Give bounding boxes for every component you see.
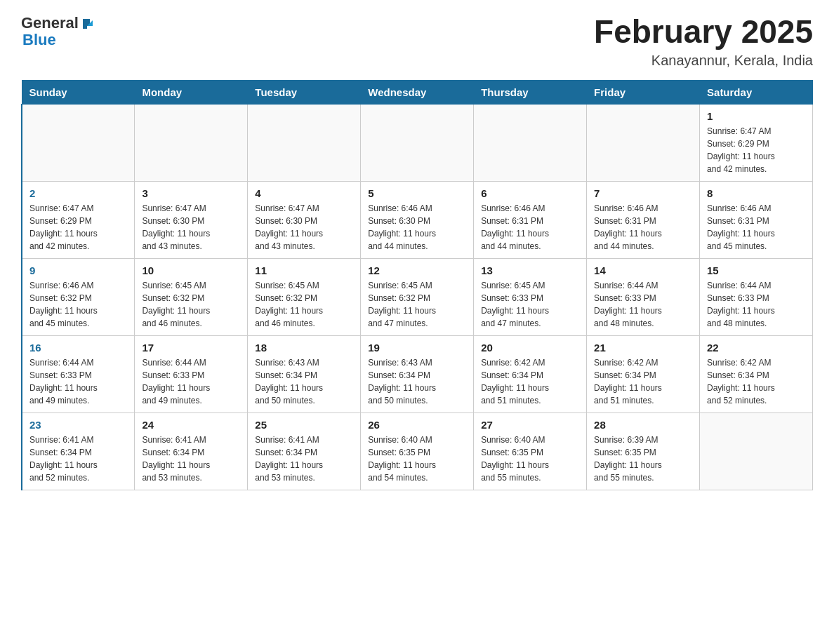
calendar-cell: 27Sunrise: 6:40 AMSunset: 6:35 PMDayligh… xyxy=(474,412,587,490)
day-info: Sunrise: 6:45 AMSunset: 6:32 PMDaylight:… xyxy=(368,279,466,330)
day-info: Sunrise: 6:47 AMSunset: 6:30 PMDaylight:… xyxy=(255,202,353,253)
day-number: 14 xyxy=(594,264,692,276)
logo-general-text: General xyxy=(21,14,79,32)
day-info: Sunrise: 6:46 AMSunset: 6:31 PMDaylight:… xyxy=(707,202,805,253)
calendar-table: SundayMondayTuesdayWednesdayThursdayFrid… xyxy=(21,80,813,490)
day-number: 26 xyxy=(368,419,466,431)
day-number: 7 xyxy=(594,187,692,199)
calendar-cell: 11Sunrise: 6:45 AMSunset: 6:32 PMDayligh… xyxy=(248,258,361,335)
title-block: February 2025 Kanayannur, Kerala, India xyxy=(594,14,813,69)
calendar-body: 1Sunrise: 6:47 AMSunset: 6:29 PMDaylight… xyxy=(22,104,813,490)
week-row-2: 2Sunrise: 6:47 AMSunset: 6:29 PMDaylight… xyxy=(22,181,813,258)
weekday-header-sunday: Sunday xyxy=(22,80,135,104)
day-info: Sunrise: 6:44 AMSunset: 6:33 PMDaylight:… xyxy=(29,356,127,407)
logo: General Blue xyxy=(21,14,93,49)
calendar-cell: 2Sunrise: 6:47 AMSunset: 6:29 PMDaylight… xyxy=(22,181,135,258)
day-info: Sunrise: 6:45 AMSunset: 6:32 PMDaylight:… xyxy=(255,279,353,330)
day-info: Sunrise: 6:44 AMSunset: 6:33 PMDaylight:… xyxy=(707,279,805,330)
logo-blue-text: Blue xyxy=(22,31,56,49)
calendar-cell: 13Sunrise: 6:45 AMSunset: 6:33 PMDayligh… xyxy=(474,258,587,335)
day-number: 21 xyxy=(594,342,692,354)
day-info: Sunrise: 6:41 AMSunset: 6:34 PMDaylight:… xyxy=(255,434,353,484)
calendar-cell: 5Sunrise: 6:46 AMSunset: 6:30 PMDaylight… xyxy=(361,181,474,258)
day-info: Sunrise: 6:47 AMSunset: 6:30 PMDaylight:… xyxy=(142,202,240,253)
day-number: 27 xyxy=(481,419,579,431)
day-number: 19 xyxy=(368,342,466,354)
calendar-cell: 25Sunrise: 6:41 AMSunset: 6:34 PMDayligh… xyxy=(248,412,361,490)
calendar-cell: 12Sunrise: 6:45 AMSunset: 6:32 PMDayligh… xyxy=(361,258,474,335)
day-info: Sunrise: 6:41 AMSunset: 6:34 PMDaylight:… xyxy=(29,434,127,484)
day-number: 1 xyxy=(707,110,805,122)
month-title: February 2025 xyxy=(594,14,813,50)
calendar-cell: 24Sunrise: 6:41 AMSunset: 6:34 PMDayligh… xyxy=(135,412,248,490)
day-number: 12 xyxy=(368,264,466,276)
calendar-cell: 17Sunrise: 6:44 AMSunset: 6:33 PMDayligh… xyxy=(135,335,248,412)
calendar-cell xyxy=(474,104,587,181)
calendar-cell xyxy=(22,104,135,181)
calendar-cell: 14Sunrise: 6:44 AMSunset: 6:33 PMDayligh… xyxy=(587,258,700,335)
calendar-cell: 16Sunrise: 6:44 AMSunset: 6:33 PMDayligh… xyxy=(22,335,135,412)
week-row-4: 16Sunrise: 6:44 AMSunset: 6:33 PMDayligh… xyxy=(22,335,813,412)
weekday-header-friday: Friday xyxy=(587,80,700,104)
calendar-cell: 10Sunrise: 6:45 AMSunset: 6:32 PMDayligh… xyxy=(135,258,248,335)
day-number: 23 xyxy=(29,419,127,431)
calendar-cell: 7Sunrise: 6:46 AMSunset: 6:31 PMDaylight… xyxy=(587,181,700,258)
calendar-cell: 23Sunrise: 6:41 AMSunset: 6:34 PMDayligh… xyxy=(22,412,135,490)
calendar-cell: 20Sunrise: 6:42 AMSunset: 6:34 PMDayligh… xyxy=(474,335,587,412)
day-number: 17 xyxy=(142,342,240,354)
day-number: 11 xyxy=(255,264,353,276)
logo-blue-row: Blue xyxy=(21,31,56,49)
day-info: Sunrise: 6:39 AMSunset: 6:35 PMDaylight:… xyxy=(594,434,692,484)
day-number: 24 xyxy=(142,419,240,431)
calendar-header: SundayMondayTuesdayWednesdayThursdayFrid… xyxy=(22,80,813,104)
weekday-header-saturday: Saturday xyxy=(700,80,813,104)
day-info: Sunrise: 6:42 AMSunset: 6:34 PMDaylight:… xyxy=(594,356,692,407)
day-info: Sunrise: 6:46 AMSunset: 6:31 PMDaylight:… xyxy=(481,202,579,253)
day-info: Sunrise: 6:41 AMSunset: 6:34 PMDaylight:… xyxy=(142,434,240,484)
day-info: Sunrise: 6:45 AMSunset: 6:33 PMDaylight:… xyxy=(481,279,579,330)
page-header: General Blue February 2025 Kanayannur, K… xyxy=(21,14,813,69)
calendar-cell: 4Sunrise: 6:47 AMSunset: 6:30 PMDaylight… xyxy=(248,181,361,258)
day-info: Sunrise: 6:42 AMSunset: 6:34 PMDaylight:… xyxy=(707,356,805,407)
day-info: Sunrise: 6:43 AMSunset: 6:34 PMDaylight:… xyxy=(368,356,466,407)
week-row-1: 1Sunrise: 6:47 AMSunset: 6:29 PMDaylight… xyxy=(22,104,813,181)
calendar-cell: 18Sunrise: 6:43 AMSunset: 6:34 PMDayligh… xyxy=(248,335,361,412)
day-number: 3 xyxy=(142,187,240,199)
calendar-cell: 26Sunrise: 6:40 AMSunset: 6:35 PMDayligh… xyxy=(361,412,474,490)
day-number: 5 xyxy=(368,187,466,199)
weekday-header-monday: Monday xyxy=(135,80,248,104)
weekday-header-tuesday: Tuesday xyxy=(248,80,361,104)
calendar-cell: 6Sunrise: 6:46 AMSunset: 6:31 PMDaylight… xyxy=(474,181,587,258)
day-info: Sunrise: 6:40 AMSunset: 6:35 PMDaylight:… xyxy=(481,434,579,484)
day-info: Sunrise: 6:40 AMSunset: 6:35 PMDaylight:… xyxy=(368,434,466,484)
day-info: Sunrise: 6:47 AMSunset: 6:29 PMDaylight:… xyxy=(29,202,127,253)
calendar-cell: 28Sunrise: 6:39 AMSunset: 6:35 PMDayligh… xyxy=(587,412,700,490)
day-number: 6 xyxy=(481,187,579,199)
calendar-cell: 9Sunrise: 6:46 AMSunset: 6:32 PMDaylight… xyxy=(22,258,135,335)
day-info: Sunrise: 6:46 AMSunset: 6:32 PMDaylight:… xyxy=(29,279,127,330)
week-row-3: 9Sunrise: 6:46 AMSunset: 6:32 PMDaylight… xyxy=(22,258,813,335)
day-number: 28 xyxy=(594,419,692,431)
day-number: 4 xyxy=(255,187,353,199)
day-number: 18 xyxy=(255,342,353,354)
calendar-cell xyxy=(587,104,700,181)
logo-general: General xyxy=(21,14,93,32)
day-number: 25 xyxy=(255,419,353,431)
day-number: 9 xyxy=(29,264,127,276)
weekday-header-thursday: Thursday xyxy=(474,80,587,104)
day-number: 2 xyxy=(29,187,127,199)
day-info: Sunrise: 6:42 AMSunset: 6:34 PMDaylight:… xyxy=(481,356,579,407)
day-number: 8 xyxy=(707,187,805,199)
day-info: Sunrise: 6:47 AMSunset: 6:29 PMDaylight:… xyxy=(707,125,805,175)
calendar-cell: 19Sunrise: 6:43 AMSunset: 6:34 PMDayligh… xyxy=(361,335,474,412)
calendar-cell: 22Sunrise: 6:42 AMSunset: 6:34 PMDayligh… xyxy=(700,335,813,412)
calendar-cell: 1Sunrise: 6:47 AMSunset: 6:29 PMDaylight… xyxy=(700,104,813,181)
day-number: 10 xyxy=(142,264,240,276)
day-number: 16 xyxy=(29,342,127,354)
calendar-cell xyxy=(361,104,474,181)
day-number: 20 xyxy=(481,342,579,354)
calendar-cell: 15Sunrise: 6:44 AMSunset: 6:33 PMDayligh… xyxy=(700,258,813,335)
day-info: Sunrise: 6:46 AMSunset: 6:31 PMDaylight:… xyxy=(594,202,692,253)
calendar-cell xyxy=(248,104,361,181)
day-info: Sunrise: 6:45 AMSunset: 6:32 PMDaylight:… xyxy=(142,279,240,330)
